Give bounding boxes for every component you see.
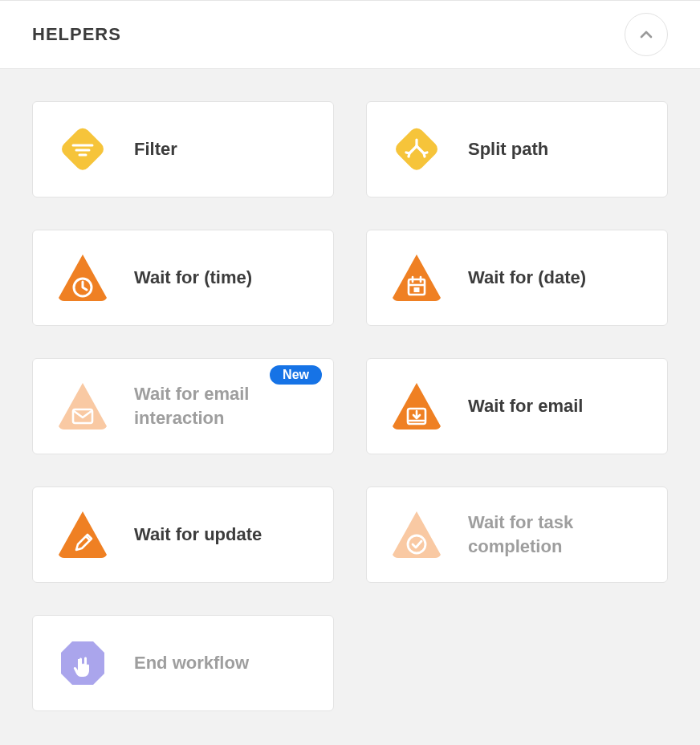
card-label: End workflow xyxy=(134,651,249,675)
wait-date-icon xyxy=(389,250,444,306)
svg-rect-10 xyxy=(414,287,420,292)
wait-task-completion-icon xyxy=(389,507,444,563)
card-label: Filter xyxy=(134,137,177,161)
card-wait-task-completion[interactable]: Wait for task completion xyxy=(366,486,668,583)
card-wait-email-interaction[interactable]: New Wait for email interaction xyxy=(32,358,334,454)
card-wait-for-time[interactable]: Wait for (time) xyxy=(32,230,334,326)
card-filter[interactable]: Filter xyxy=(32,101,334,197)
card-end-workflow[interactable]: End workflow xyxy=(32,615,334,711)
card-label: Wait for task completion xyxy=(468,511,645,558)
card-split-path[interactable]: Split path xyxy=(366,101,668,197)
card-label: Split path xyxy=(468,137,548,161)
end-workflow-icon xyxy=(55,635,110,691)
svg-rect-4 xyxy=(393,125,440,173)
section-title: HELPERS xyxy=(32,24,121,45)
card-label: Wait for (date) xyxy=(468,266,586,290)
card-label: Wait for email xyxy=(468,394,583,418)
card-label: Wait for (time) xyxy=(134,266,252,290)
new-badge: New xyxy=(270,365,322,385)
card-wait-for-email[interactable]: Wait for email xyxy=(366,358,668,454)
card-label: Wait for update xyxy=(134,523,262,547)
section-header: HELPERS xyxy=(0,0,700,69)
split-path-icon xyxy=(389,121,444,177)
card-wait-for-update[interactable]: Wait for update xyxy=(32,486,334,583)
card-label: Wait for email interaction xyxy=(134,382,311,429)
wait-time-icon xyxy=(55,250,110,306)
filter-icon xyxy=(55,121,110,177)
wait-email-icon xyxy=(389,378,444,434)
wait-update-icon xyxy=(55,507,110,563)
card-wait-for-date[interactable]: Wait for (date) xyxy=(366,230,668,326)
helpers-grid: Filter Split path xyxy=(0,69,700,743)
wait-email-interaction-icon xyxy=(55,378,110,434)
chevron-up-icon xyxy=(637,25,656,44)
collapse-button[interactable] xyxy=(625,13,668,56)
